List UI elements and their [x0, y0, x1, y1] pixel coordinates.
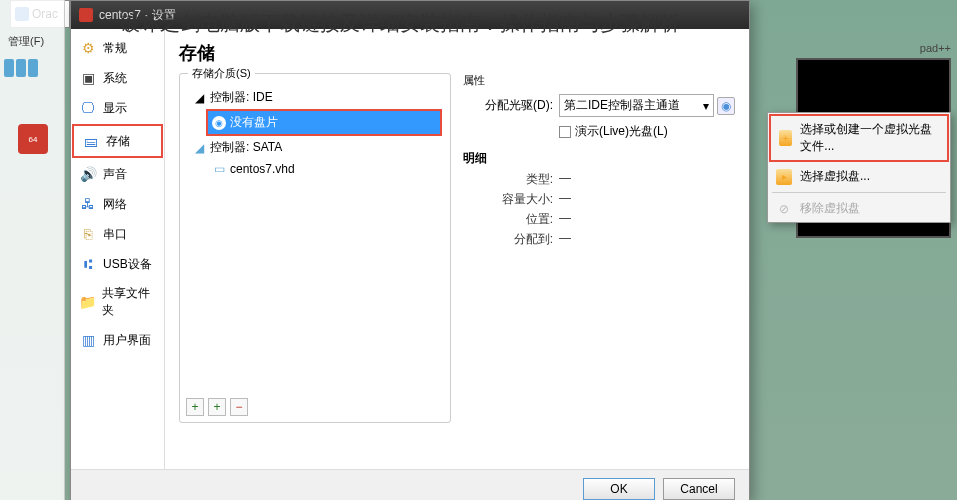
- tree-controller-sata[interactable]: ◢ 控制器: SATA: [188, 136, 442, 159]
- sidebar-label: 串口: [103, 226, 127, 243]
- choose-disk-button[interactable]: ◉: [717, 97, 735, 115]
- sidebar-icon: ⑆: [79, 255, 97, 273]
- choose-disk-label: 选择虚拟盘...: [800, 168, 870, 185]
- sidebar-item-8[interactable]: 📁共享文件夹: [71, 279, 164, 325]
- menu-choose-disk[interactable]: ▸ 选择虚拟盘...: [768, 163, 950, 190]
- page-title: 存储: [179, 37, 735, 73]
- menu-choose-create-disk[interactable]: + 选择或创建一个虚拟光盘文件...: [769, 114, 949, 162]
- ok-button[interactable]: OK: [583, 478, 655, 500]
- window-title: centos7 - 设置: [99, 7, 176, 24]
- drive-label: 分配光驱(D):: [463, 97, 553, 114]
- settings-window: centos7 - 设置 ⚙常规▣系统🖵显示🖴存储🔊声音🖧网络⎘串口⑆USB设备…: [70, 0, 750, 500]
- storage-tree: ◢ 控制器: IDE ◉ 没有盘片 ◢ 控制器: SATA: [188, 86, 442, 179]
- menu-remove-disk: ⊘ 移除虚拟盘: [768, 195, 950, 222]
- live-cd-checkbox-row[interactable]: 演示(Live)光盘(L): [559, 123, 735, 140]
- detail-row-1: 容量大小:—: [463, 191, 735, 208]
- sidebar-icon: ⚙: [79, 39, 97, 57]
- sidebar-icon: 📁: [79, 293, 96, 311]
- no-disc-label: 没有盘片: [230, 114, 278, 131]
- vhd-label: centos7.vhd: [230, 162, 295, 176]
- sidebar-label: 用户界面: [103, 332, 151, 349]
- chevron-down-icon: ▾: [703, 99, 709, 113]
- sidebar-icon: 🖵: [79, 99, 97, 117]
- add-controller-button[interactable]: +: [186, 398, 204, 416]
- sidebar-icon: ▥: [79, 331, 97, 349]
- titlebar[interactable]: centos7 - 设置: [71, 1, 749, 29]
- dialog-buttons: OK Cancel: [71, 469, 749, 500]
- detail-key: 容量大小:: [463, 191, 553, 208]
- desktop-app-icon[interactable]: 64: [18, 124, 48, 154]
- remove-button[interactable]: −: [230, 398, 248, 416]
- detail-section: 明细 类型:—容量大小:—位置:—分配到:—: [463, 150, 735, 248]
- sidebar-item-3[interactable]: 🖴存储: [72, 124, 163, 158]
- attr-legend: 属性: [463, 73, 735, 88]
- sidebar-icon: ▣: [79, 69, 97, 87]
- drive-icon: ▭: [212, 162, 226, 176]
- sidebar-item-9[interactable]: ▥用户界面: [71, 325, 164, 355]
- detail-val: —: [559, 191, 571, 208]
- settings-sidebar: ⚙常规▣系统🖵显示🖴存储🔊声音🖧网络⎘串口⑆USB设备📁共享文件夹▥用户界面: [71, 29, 165, 469]
- drive-value: 第二IDE控制器主通道: [564, 97, 680, 114]
- choose-disk-icon: ▸: [776, 169, 792, 185]
- sidebar-item-2[interactable]: 🖵显示: [71, 93, 164, 123]
- live-cd-label: 演示(Live)光盘(L): [575, 123, 668, 140]
- detail-row-0: 类型:—: [463, 171, 735, 188]
- window-icon: [79, 8, 93, 22]
- detail-row-3: 分配到:—: [463, 231, 735, 248]
- sidebar-label: 存储: [106, 133, 130, 150]
- remove-disk-icon: ⊘: [776, 201, 792, 217]
- detail-key: 类型:: [463, 171, 553, 188]
- sidebar-item-6[interactable]: ⎘串口: [71, 219, 164, 249]
- sidebar-label: USB设备: [103, 256, 152, 273]
- detail-val: —: [559, 171, 571, 188]
- tree-controller-ide[interactable]: ◢ 控制器: IDE: [188, 86, 442, 109]
- left-desktop-bar: 管理(F): [0, 0, 65, 500]
- detail-key: 分配到:: [463, 231, 553, 248]
- sidebar-label: 声音: [103, 166, 127, 183]
- branch-icon: ◢: [192, 141, 206, 155]
- sidebar-label: 系统: [103, 70, 127, 87]
- remove-disk-label: 移除虚拟盘: [800, 200, 860, 217]
- detail-legend: 明细: [463, 150, 735, 167]
- sidebar-label: 网络: [103, 196, 127, 213]
- branch-icon: ◢: [192, 91, 206, 105]
- sidebar-icon: ⎘: [79, 225, 97, 243]
- storage-media-fieldset: 存储介质(S) ◢ 控制器: IDE ◉ 没有盘片 ◢: [179, 73, 451, 423]
- add-attachment-button[interactable]: +: [208, 398, 226, 416]
- media-legend: 存储介质(S): [188, 66, 255, 81]
- right-app-label: pad++: [920, 42, 951, 54]
- sidebar-label: 常规: [103, 40, 127, 57]
- detail-row-2: 位置:—: [463, 211, 735, 228]
- add-disk-icon: +: [779, 130, 792, 146]
- storage-toolbar: + + −: [186, 398, 248, 416]
- sidebar-item-5[interactable]: 🖧网络: [71, 189, 164, 219]
- controller-ide-label: 控制器: IDE: [210, 89, 273, 106]
- sidebar-icon: 🖴: [82, 132, 100, 150]
- drive-select[interactable]: 第二IDE控制器主通道 ▾: [559, 94, 714, 117]
- manage-menu[interactable]: 管理(F): [0, 28, 64, 55]
- sidebar-icon: 🖧: [79, 195, 97, 213]
- sidebar-item-7[interactable]: ⑆USB设备: [71, 249, 164, 279]
- controller-sata-label: 控制器: SATA: [210, 139, 282, 156]
- detail-val: —: [559, 211, 571, 228]
- choose-create-label: 选择或创建一个虚拟光盘文件...: [800, 121, 939, 155]
- tool-icons: [0, 55, 64, 81]
- sidebar-item-1[interactable]: ▣系统: [71, 63, 164, 93]
- detail-key: 位置:: [463, 211, 553, 228]
- disc-icon: ◉: [212, 116, 226, 130]
- tree-item-vhd[interactable]: ▭ centos7.vhd: [208, 159, 442, 179]
- disk-context-menu: + 选择或创建一个虚拟光盘文件... ▸ 选择虚拟盘... ⊘ 移除虚拟盘: [767, 112, 951, 223]
- cancel-button[interactable]: Cancel: [663, 478, 735, 500]
- main-panel: 存储 存储介质(S) ◢ 控制器: IDE ◉ 没有盘片: [165, 29, 749, 469]
- checkbox-icon[interactable]: [559, 126, 571, 138]
- sidebar-label: 显示: [103, 100, 127, 117]
- detail-val: —: [559, 231, 571, 248]
- attributes-section: 属性 分配光驱(D): 第二IDE控制器主通道 ▾ ◉: [463, 73, 735, 140]
- sidebar-item-4[interactable]: 🔊声音: [71, 159, 164, 189]
- tree-item-no-disc[interactable]: ◉ 没有盘片: [206, 109, 442, 136]
- sidebar-label: 共享文件夹: [102, 285, 156, 319]
- sidebar-icon: 🔊: [79, 165, 97, 183]
- sidebar-item-0[interactable]: ⚙常规: [71, 33, 164, 63]
- disc-icon: ◉: [721, 99, 731, 113]
- menu-separator: [772, 192, 946, 193]
